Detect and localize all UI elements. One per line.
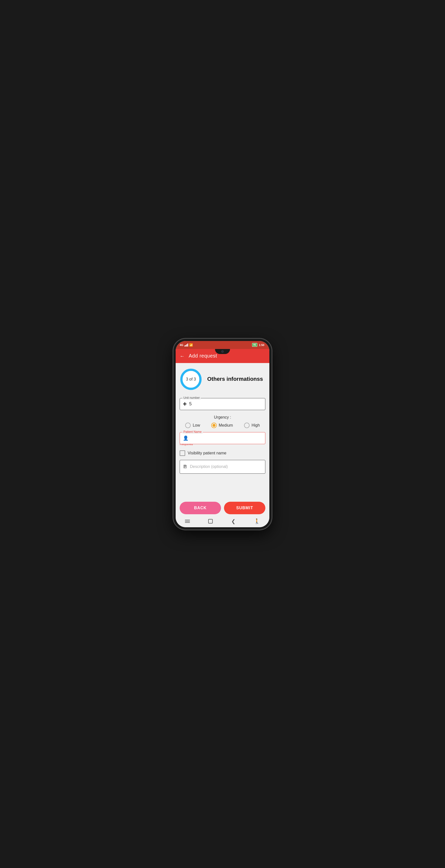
signal-bar-3 [186, 344, 187, 346]
status-right: 95 1:50 [252, 343, 264, 347]
description-placeholder: Description (optional) [190, 464, 228, 469]
phone-frame: 4G 📶 95 1:50 ← Add request [174, 339, 271, 529]
status-left: 4G 📶 [180, 343, 193, 347]
nav-recent-apps-icon[interactable] [185, 520, 190, 523]
nav-line-2 [185, 521, 190, 522]
form-section: Unit number ✚ 5 Urgency : Low [180, 398, 265, 474]
signal-bar-4 [187, 343, 188, 346]
urgency-label: Urgency : [180, 415, 265, 420]
unit-number-field[interactable]: Unit number ✚ 5 [180, 398, 265, 410]
urgency-section: Urgency : Low Medium [180, 415, 265, 428]
nav-line-3 [185, 522, 190, 523]
patient-name-field[interactable]: Patient Name 👤 [180, 432, 265, 444]
visibility-checkbox-label: Visibility patient name [188, 451, 226, 456]
bottom-buttons: BACK SUBMIT [176, 498, 269, 516]
description-field[interactable]: 🖹 Description (optional) [180, 460, 265, 474]
signal-bar-1 [184, 345, 185, 346]
phone-screen: 4G 📶 95 1:50 ← Add request [176, 341, 269, 527]
radio-label-low: Low [193, 423, 200, 428]
radio-option-medium[interactable]: Medium [211, 423, 233, 428]
visibility-checkbox[interactable] [180, 451, 185, 456]
camera-dot [221, 350, 224, 353]
nav-home-icon[interactable] [208, 519, 213, 524]
section-title: Others informationss [207, 376, 263, 383]
unit-number-label: Unit number [182, 396, 201, 400]
signal-bar-2 [185, 345, 186, 346]
nav-line-1 [185, 520, 190, 520]
description-icon: 🖹 [183, 464, 187, 469]
patient-name-label: Patient Name [182, 430, 203, 434]
network-type: 4G [180, 343, 183, 346]
time-display: 1:50 [259, 343, 264, 346]
nav-accessibility-icon[interactable]: 🚶 [254, 518, 260, 524]
urgency-options: Low Medium High [180, 423, 265, 428]
visibility-checkbox-row[interactable]: Visibility patient name [180, 451, 265, 456]
radio-label-high: High [251, 423, 260, 428]
battery-indicator: 95 [252, 343, 257, 347]
step-section: 3 of 3 Others informationss [180, 368, 265, 391]
status-bar: 4G 📶 95 1:50 [176, 341, 269, 349]
radio-label-medium: Medium [219, 423, 233, 428]
submit-button[interactable]: SUBMIT [224, 502, 265, 514]
patient-name-input[interactable] [191, 435, 262, 441]
radio-option-low[interactable]: Low [185, 423, 200, 428]
main-content: 3 of 3 Others informationss Unit number … [176, 363, 269, 498]
radio-option-high[interactable]: High [244, 423, 260, 428]
back-button[interactable]: ← [180, 353, 185, 359]
signal-bars [184, 343, 188, 346]
radio-circle-medium [211, 423, 217, 428]
app-bar-title: Add request [189, 353, 217, 359]
unit-number-icon: ✚ [183, 401, 187, 407]
back-form-button[interactable]: BACK [180, 502, 221, 514]
radio-circle-high [244, 423, 249, 428]
radio-inner-medium [212, 424, 215, 427]
step-circle: 3 of 3 [180, 368, 202, 391]
wifi-icon: 📶 [189, 343, 193, 347]
unit-number-value: 5 [189, 401, 262, 407]
nav-back-icon[interactable]: ❮ [231, 518, 236, 524]
nav-bar: ❮ 🚶 [176, 516, 269, 527]
step-label: 3 of 3 [186, 377, 196, 381]
radio-circle-low [185, 423, 191, 428]
person-icon: 👤 [183, 435, 188, 441]
